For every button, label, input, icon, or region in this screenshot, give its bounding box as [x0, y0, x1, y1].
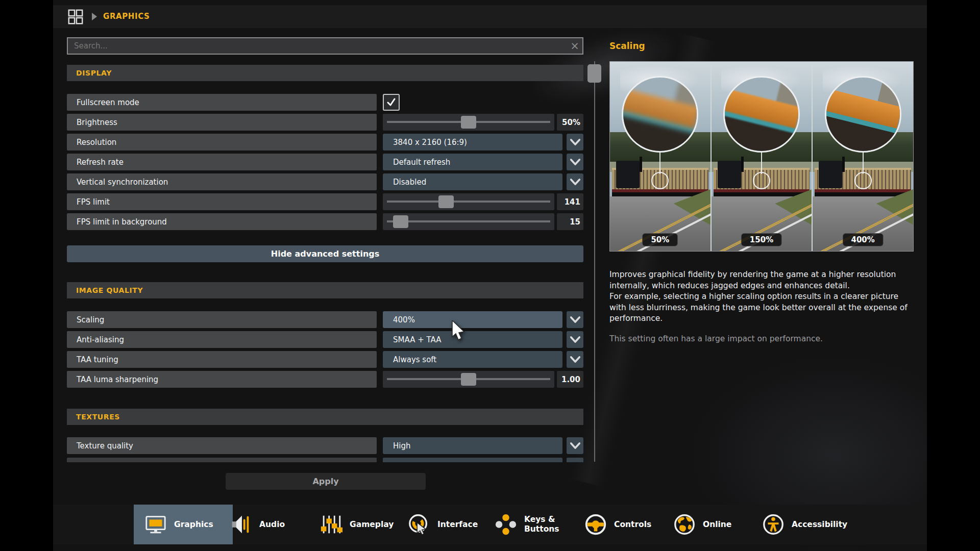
nav-item-accessibility[interactable]: Accessibility [762, 505, 847, 544]
comparison-panel-400: 400% [812, 62, 913, 251]
dropdown-chevron-icon[interactable] [567, 437, 583, 454]
magnifier-connector [659, 153, 660, 174]
breadcrumb: GRAPHICS [103, 12, 150, 21]
accessibility-person-icon [762, 513, 785, 536]
search-bar: × [67, 37, 583, 55]
nav-item-audio[interactable]: Audio [229, 505, 285, 544]
setting-label: TAA tuning [67, 351, 377, 368]
clear-search-icon[interactable]: × [567, 38, 582, 54]
setting-row: Fullscreen mode [67, 94, 583, 111]
magnifier-source-circle [753, 172, 770, 189]
scaling-dropdown[interactable]: 400% [383, 311, 562, 328]
slider-value: 50% [557, 114, 583, 131]
graphics-monitor-icon [144, 513, 167, 536]
exhaust-stack [640, 157, 642, 172]
nav-item-keys-buttons[interactable]: Keys & Buttons [494, 505, 559, 544]
scrollbar-thumb[interactable] [587, 64, 601, 83]
scaling-comparison-image: 50% 150% [609, 61, 914, 252]
slider-handle[interactable] [393, 215, 408, 228]
anti-aliasing-dropdown[interactable]: SMAA + TAA [383, 331, 562, 348]
nav-label: Interface [437, 520, 478, 530]
nav-item-graphics[interactable]: Graphics [134, 505, 233, 544]
nav-label: Online [703, 520, 731, 530]
slider-handle[interactable] [438, 195, 454, 208]
taa-luma-sharpening-slider[interactable] [383, 371, 554, 388]
setting-row: Resolution 3840 x 2160 (16:9) [67, 134, 583, 151]
dropdown-chevron-icon[interactable] [567, 311, 583, 328]
dropdown-chevron-icon[interactable] [567, 134, 583, 151]
clipped-row-control [383, 458, 562, 462]
nav-label: Keys & Buttons [524, 515, 559, 534]
fps-limit-bg-slider[interactable] [383, 213, 554, 230]
help-title: Scaling [609, 41, 645, 51]
slider-track [387, 201, 550, 203]
fullscreen-checkbox[interactable] [383, 94, 400, 111]
dropdown-chevron-icon[interactable] [567, 173, 583, 190]
texture-quality-dropdown[interactable]: High [383, 437, 562, 454]
breadcrumb-chevron-icon [92, 13, 97, 22]
gameplay-sliders-icon [320, 513, 343, 536]
nav-item-interface[interactable]: Interface [407, 505, 478, 544]
setting-row: TAA tuning Always soft [67, 351, 583, 368]
nav-label: Audio [259, 520, 285, 530]
nav-item-gameplay[interactable]: Gameplay [320, 505, 394, 544]
clipped-row-label [67, 458, 377, 462]
setting-label: Brightness [67, 114, 377, 131]
menu-grid-icon[interactable] [67, 8, 84, 26]
section-header-display: DISPLAY [67, 65, 583, 81]
clipped-row-chevron [567, 458, 583, 462]
bottom-nav: Graphics Audio Gamepla [53, 505, 927, 544]
taa-tuning-dropdown[interactable]: Always soft [383, 351, 562, 368]
keys-buttons-icon [494, 513, 518, 536]
setting-label: Texture quality [67, 437, 377, 454]
audio-speaker-icon [229, 513, 253, 536]
comparison-panel-150: 150% [710, 62, 812, 251]
slider-track [387, 220, 550, 222]
setting-row: Vertical synchronization Disabled [67, 173, 583, 190]
dropdown-chevron-icon[interactable] [567, 331, 583, 348]
vsync-dropdown[interactable]: Disabled [383, 173, 562, 190]
apply-button[interactable]: Apply [226, 473, 426, 490]
help-performance-note: This setting often has a large impact on… [609, 334, 916, 343]
dropdown-value: 400% [393, 315, 415, 324]
nav-item-controls[interactable]: Controls [584, 505, 651, 544]
zoom-label: 150% [741, 233, 782, 246]
exhaust-stack [842, 157, 845, 172]
scrollbar-track[interactable] [594, 61, 595, 462]
brightness-slider[interactable] [383, 114, 554, 131]
slider-handle[interactable] [461, 373, 476, 386]
truck-cab [718, 161, 741, 188]
dropdown-value: Disabled [393, 178, 426, 187]
magnifier-circle [723, 76, 800, 153]
slider-value: 141 [557, 193, 583, 210]
section-header-image-quality: IMAGE QUALITY [67, 282, 583, 298]
dropdown-value: Always soft [393, 355, 436, 364]
slider-handle[interactable] [461, 116, 476, 129]
truck-cab [616, 161, 640, 188]
magnifier-source-circle [854, 172, 872, 189]
refresh-rate-dropdown[interactable]: Default refresh [383, 154, 562, 170]
dropdown-value: High [393, 441, 410, 450]
dropdown-value: SMAA + TAA [393, 335, 441, 344]
setting-row: Scaling 400% [67, 311, 583, 328]
mouse-cursor [451, 320, 469, 344]
setting-label: Fullscreen mode [67, 94, 377, 111]
fps-limit-slider[interactable] [383, 193, 554, 210]
dropdown-chevron-icon[interactable] [567, 154, 583, 170]
zoom-label: 50% [642, 233, 678, 246]
setting-row: FPS limit 141 [67, 193, 583, 210]
setting-label: FPS limit in background [67, 213, 377, 230]
hide-advanced-settings-button[interactable]: Hide advanced settings [67, 245, 583, 262]
resolution-dropdown[interactable]: 3840 x 2160 (16:9) [383, 134, 562, 151]
magnifier-circle [622, 76, 698, 153]
magnifier-connector [761, 153, 762, 174]
setting-row: TAA luma sharpening 1.00 [67, 371, 583, 388]
online-globe-icon [673, 513, 696, 536]
setting-label: Anti-aliasing [67, 331, 377, 348]
zoom-label: 400% [843, 233, 884, 246]
nav-item-online[interactable]: Online [673, 505, 731, 544]
dropdown-chevron-icon[interactable] [567, 351, 583, 368]
search-input[interactable] [68, 41, 567, 51]
interface-cursor-icon [407, 513, 431, 536]
comparison-panel-50: 50% [610, 62, 710, 251]
